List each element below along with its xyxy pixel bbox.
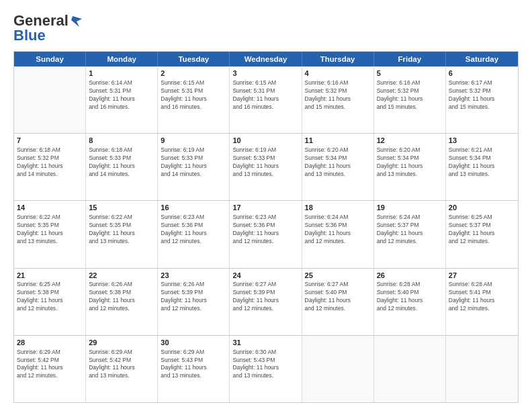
day-info: Sunrise: 6:18 AMSunset: 5:32 PMDaylight:… [17,146,83,179]
calendar-cell: 4Sunrise: 6:16 AMSunset: 5:32 PMDaylight… [302,66,374,133]
day-info: Sunrise: 6:19 AMSunset: 5:33 PMDaylight:… [232,146,298,179]
day-number: 6 [449,68,515,79]
day-number: 7 [17,136,83,146]
day-info: Sunrise: 6:28 AMSunset: 5:41 PMDaylight:… [449,281,515,313]
calendar-cell: 10Sunrise: 6:19 AMSunset: 5:33 PMDayligh… [230,134,302,200]
calendar-cell: 24Sunrise: 6:27 AMSunset: 5:39 PMDayligh… [230,269,302,335]
day-info: Sunrise: 6:29 AMSunset: 5:42 PMDaylight:… [89,349,154,381]
calendar-header: SundayMondayTuesdayWednesdayThursdayFrid… [14,52,518,66]
calendar-cell: 22Sunrise: 6:26 AMSunset: 5:38 PMDayligh… [86,269,158,335]
calendar-row-5: 28Sunrise: 6:29 AMSunset: 5:42 PMDayligh… [14,336,518,402]
logo: General Blue [13,12,82,44]
calendar-cell: 8Sunrise: 6:18 AMSunset: 5:33 PMDaylight… [86,134,158,200]
day-info: Sunrise: 6:19 AMSunset: 5:33 PMDaylight:… [161,146,226,179]
day-number: 17 [232,203,298,213]
calendar-cell: 19Sunrise: 6:24 AMSunset: 5:37 PMDayligh… [374,201,446,267]
calendar-cell: 31Sunrise: 6:30 AMSunset: 5:43 PMDayligh… [230,336,302,402]
calendar-cell: 26Sunrise: 6:28 AMSunset: 5:40 PMDayligh… [374,269,446,335]
day-info: Sunrise: 6:25 AMSunset: 5:38 PMDaylight:… [17,281,83,313]
calendar-row-4: 21Sunrise: 6:25 AMSunset: 5:38 PMDayligh… [14,269,518,336]
calendar: SundayMondayTuesdayWednesdayThursdayFrid… [13,51,519,403]
day-number: 31 [232,338,298,348]
day-number: 1 [89,68,154,79]
calendar-cell: 9Sunrise: 6:19 AMSunset: 5:33 PMDaylight… [158,134,230,200]
day-info: Sunrise: 6:29 AMSunset: 5:43 PMDaylight:… [161,349,226,381]
day-number: 18 [305,203,371,213]
calendar-cell: 29Sunrise: 6:29 AMSunset: 5:42 PMDayligh… [86,336,158,402]
calendar-cell: 20Sunrise: 6:25 AMSunset: 5:37 PMDayligh… [446,201,518,267]
calendar-cell: 1Sunrise: 6:14 AMSunset: 5:31 PMDaylight… [86,66,158,133]
header: General Blue [13,12,519,44]
day-info: Sunrise: 6:24 AMSunset: 5:37 PMDaylight:… [377,214,443,246]
day-info: Sunrise: 6:29 AMSunset: 5:42 PMDaylight:… [17,349,83,381]
day-number: 26 [377,271,443,281]
header-day-thursday: Thursday [302,52,374,66]
calendar-cell: 18Sunrise: 6:24 AMSunset: 5:36 PMDayligh… [302,201,374,267]
day-info: Sunrise: 6:21 AMSunset: 5:34 PMDaylight:… [449,146,515,179]
day-info: Sunrise: 6:16 AMSunset: 5:32 PMDaylight:… [305,79,371,111]
header-day-sunday: Sunday [14,52,86,66]
day-number: 22 [89,271,154,281]
calendar-cell [302,336,374,402]
day-number: 13 [449,136,515,146]
calendar-cell: 7Sunrise: 6:18 AMSunset: 5:32 PMDaylight… [14,134,86,200]
calendar-cell [446,336,518,402]
logo-blue: Blue [13,27,46,44]
day-info: Sunrise: 6:26 AMSunset: 5:38 PMDaylight:… [89,281,154,313]
calendar-row-1: 1Sunrise: 6:14 AMSunset: 5:31 PMDaylight… [14,66,518,134]
day-info: Sunrise: 6:15 AMSunset: 5:31 PMDaylight:… [161,79,226,111]
day-info: Sunrise: 6:24 AMSunset: 5:36 PMDaylight:… [305,214,371,246]
day-info: Sunrise: 6:26 AMSunset: 5:39 PMDaylight:… [161,281,226,313]
day-info: Sunrise: 6:27 AMSunset: 5:40 PMDaylight:… [305,281,371,313]
day-number: 4 [305,68,371,79]
day-number: 5 [377,68,443,79]
day-info: Sunrise: 6:15 AMSunset: 5:31 PMDaylight:… [232,79,298,111]
day-info: Sunrise: 6:27 AMSunset: 5:39 PMDaylight:… [232,281,298,313]
day-number: 24 [232,271,298,281]
calendar-cell: 21Sunrise: 6:25 AMSunset: 5:38 PMDayligh… [14,269,86,335]
day-info: Sunrise: 6:16 AMSunset: 5:32 PMDaylight:… [377,79,443,111]
day-number: 30 [161,338,226,348]
day-number: 23 [161,271,226,281]
day-number: 27 [449,271,515,281]
calendar-cell: 12Sunrise: 6:20 AMSunset: 5:34 PMDayligh… [374,134,446,200]
day-number: 25 [305,271,371,281]
calendar-cell: 28Sunrise: 6:29 AMSunset: 5:42 PMDayligh… [14,336,86,402]
day-number: 21 [17,271,83,281]
day-number: 19 [377,203,443,213]
day-info: Sunrise: 6:28 AMSunset: 5:40 PMDaylight:… [377,281,443,313]
day-number: 20 [449,203,515,213]
calendar-cell: 30Sunrise: 6:29 AMSunset: 5:43 PMDayligh… [158,336,230,402]
day-number: 16 [161,203,226,213]
calendar-cell: 23Sunrise: 6:26 AMSunset: 5:39 PMDayligh… [158,269,230,335]
calendar-cell [374,336,446,402]
day-number: 28 [17,338,83,348]
day-info: Sunrise: 6:18 AMSunset: 5:33 PMDaylight:… [89,146,154,179]
day-info: Sunrise: 6:25 AMSunset: 5:37 PMDaylight:… [449,214,515,246]
day-number: 3 [232,68,298,79]
day-info: Sunrise: 6:17 AMSunset: 5:32 PMDaylight:… [449,79,515,111]
svg-marker-0 [71,16,82,27]
calendar-cell: 14Sunrise: 6:22 AMSunset: 5:35 PMDayligh… [14,201,86,267]
header-day-tuesday: Tuesday [158,52,230,66]
calendar-row-3: 14Sunrise: 6:22 AMSunset: 5:35 PMDayligh… [14,201,518,268]
calendar-cell: 6Sunrise: 6:17 AMSunset: 5:32 PMDaylight… [446,66,518,133]
calendar-body: 1Sunrise: 6:14 AMSunset: 5:31 PMDaylight… [14,66,518,402]
calendar-cell: 13Sunrise: 6:21 AMSunset: 5:34 PMDayligh… [446,134,518,200]
header-day-monday: Monday [86,52,158,66]
day-info: Sunrise: 6:20 AMSunset: 5:34 PMDaylight:… [305,146,371,179]
day-number: 15 [89,203,154,213]
calendar-cell: 25Sunrise: 6:27 AMSunset: 5:40 PMDayligh… [302,269,374,335]
day-number: 29 [89,338,154,348]
header-day-wednesday: Wednesday [230,52,302,66]
page: General Blue SundayMondayTuesdayWednesda… [0,0,532,411]
calendar-cell: 11Sunrise: 6:20 AMSunset: 5:34 PMDayligh… [302,134,374,200]
calendar-row-2: 7Sunrise: 6:18 AMSunset: 5:32 PMDaylight… [14,134,518,201]
day-number: 11 [305,136,371,146]
calendar-cell: 2Sunrise: 6:15 AMSunset: 5:31 PMDaylight… [158,66,230,133]
calendar-cell: 5Sunrise: 6:16 AMSunset: 5:32 PMDaylight… [374,66,446,133]
day-info: Sunrise: 6:14 AMSunset: 5:31 PMDaylight:… [89,79,154,111]
day-info: Sunrise: 6:22 AMSunset: 5:35 PMDaylight:… [17,214,83,246]
day-info: Sunrise: 6:23 AMSunset: 5:36 PMDaylight:… [232,214,298,246]
logo-bird-icon [70,15,82,27]
